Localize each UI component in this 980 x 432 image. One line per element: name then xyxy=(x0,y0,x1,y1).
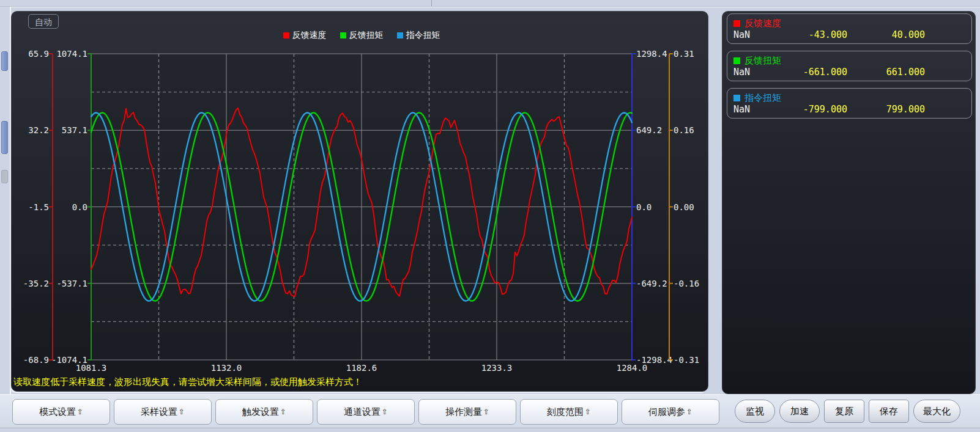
y-axis-tick-label: -537.1 xyxy=(56,279,87,288)
chart-legend: 反馈速度 反馈扭矩 指令扭矩 xyxy=(91,30,632,41)
legend-label: 指令扭矩 xyxy=(406,30,440,41)
y-axis-tick-label: 1298.4 xyxy=(636,49,667,59)
y-axis-tick-label: -68.9 xyxy=(23,355,49,365)
popup-up-arrow-icon: ⇧ xyxy=(483,408,489,416)
menu-button-label: 操作测量 xyxy=(445,406,482,418)
x-axis-tick-label: 1233.3 xyxy=(481,363,513,373)
y-axis-tick-label: -0.31 xyxy=(674,355,699,365)
channel-card-header: 反馈扭矩 xyxy=(733,55,781,67)
channel-name: 指令扭矩 xyxy=(744,92,781,104)
channel-max-value: 40.000 xyxy=(892,29,925,40)
action-button-label: 加速 xyxy=(790,406,809,417)
settings-menu-button[interactable]: 伺服调参 ⇧ xyxy=(622,399,719,425)
left-dock-rail xyxy=(0,7,11,394)
sampling-warning-text: 读取速度低于采样速度，波形出现失真，请尝试增大采样间隔，或使用触发采样方式！ xyxy=(13,376,362,388)
channel-min-value: -799.000 xyxy=(803,104,847,115)
bottom-groove-line xyxy=(0,428,980,428)
auto-scale-button[interactable]: 自动 xyxy=(28,14,59,29)
legend-color-swatch-icon xyxy=(283,32,289,38)
legend-label: 反馈扭矩 xyxy=(349,30,384,41)
y-axis-tick-label: 32.2 xyxy=(28,125,49,135)
legend-item: 反馈扭矩 xyxy=(340,30,384,41)
settings-menu-group: 模式设置 ⇧ 采样设置 ⇧ 触发设置 ⇧ 通道设置 ⇧ 操作测量 ⇧ 刻度范围 … xyxy=(12,399,719,425)
channel-card-list: 反馈速度 NaN -43.000 40.000 反馈扭矩 NaN -661.00… xyxy=(727,13,972,119)
bottom-toolbar: 模式设置 ⇧ 采样设置 ⇧ 触发设置 ⇧ 通道设置 ⇧ 操作测量 ⇧ 刻度范围 … xyxy=(0,394,980,429)
y-axis-tick-label: 537.1 xyxy=(62,125,87,135)
y-axis-tick-label: 649.2 xyxy=(636,125,662,135)
menu-button-label: 刻度范围 xyxy=(547,406,584,418)
channel-name: 反馈扭矩 xyxy=(744,55,781,67)
channel-values-panel: 反馈速度 NaN -43.000 40.000 反馈扭矩 NaN -661.00… xyxy=(722,11,976,394)
channel-name: 反馈速度 xyxy=(744,18,781,29)
menu-button-label: 伺服调参 xyxy=(648,406,685,418)
channel-current-value: NaN xyxy=(733,104,750,115)
app-window: { "chart": { "auto_button": "自动", "warni… xyxy=(0,0,980,432)
popup-up-arrow-icon: ⇧ xyxy=(382,408,388,416)
x-axis-tick-label: 1132.0 xyxy=(211,363,242,373)
x-axis-tick-label: 1182.6 xyxy=(346,363,377,373)
action-button-label: 保存 xyxy=(880,406,898,417)
top-groove-highlight xyxy=(0,7,980,7)
settings-menu-button[interactable]: 模式设置 ⇧ xyxy=(12,399,110,425)
legend-item: 反馈速度 xyxy=(283,30,327,41)
action-button[interactable]: 保存 xyxy=(869,400,909,423)
channel-current-value: NaN xyxy=(733,67,750,78)
channel-card[interactable]: 反馈扭矩 NaN -661.000 661.000 xyxy=(727,51,972,81)
x-axis-tick-label: 1081.3 xyxy=(76,363,107,373)
action-button-group: 监视 加速 复原 保存 最大化 xyxy=(735,400,960,423)
channel-min-value: -43.000 xyxy=(809,29,847,40)
menu-button-label: 通道设置 xyxy=(344,406,380,418)
waveform-plot[interactable]: 65.932.2-1.5-35.2-68.91074.1537.10.0-537… xyxy=(12,12,709,392)
channel-card[interactable]: 指令扭矩 NaN -799.000 799.000 xyxy=(727,88,972,119)
dock-handle[interactable] xyxy=(1,51,8,71)
dock-handle[interactable] xyxy=(1,121,8,154)
channel-color-swatch-icon xyxy=(733,95,740,101)
action-button[interactable]: 监视 xyxy=(735,400,775,423)
y-axis-tick-label: -35.2 xyxy=(23,279,49,288)
action-button[interactable]: 复原 xyxy=(824,400,864,423)
channel-card-header: 指令扭矩 xyxy=(733,92,781,104)
channel-color-swatch-icon xyxy=(733,57,740,64)
action-button[interactable]: 加速 xyxy=(779,400,820,423)
settings-menu-button[interactable]: 操作测量 ⇧ xyxy=(418,399,516,425)
x-axis-tick-label: 1284.0 xyxy=(617,363,648,373)
legend-item: 指令扭矩 xyxy=(397,30,440,41)
action-button-label: 复原 xyxy=(835,406,853,417)
dock-handle[interactable] xyxy=(1,170,8,183)
settings-menu-button[interactable]: 触发设置 ⇧ xyxy=(215,399,313,425)
channel-min-value: -661.000 xyxy=(803,67,847,78)
y-axis-tick-label: -649.2 xyxy=(636,279,667,288)
channel-card-header: 反馈速度 xyxy=(733,18,781,29)
popup-up-arrow-icon: ⇧ xyxy=(585,408,591,416)
action-button-label: 最大化 xyxy=(923,406,951,417)
settings-menu-button[interactable]: 通道设置 ⇧ xyxy=(317,399,415,425)
action-button-label: 监视 xyxy=(746,406,764,417)
legend-color-swatch-icon xyxy=(397,32,403,38)
action-button[interactable]: 最大化 xyxy=(913,400,960,423)
channel-max-value: 799.000 xyxy=(886,104,925,115)
channel-current-value: NaN xyxy=(733,29,750,40)
legend-label: 反馈速度 xyxy=(292,30,327,41)
oscilloscope-panel: 65.932.2-1.5-35.2-68.91074.1537.10.0-537… xyxy=(11,11,708,392)
menu-button-label: 采样设置 xyxy=(141,406,177,418)
top-splitter-handle[interactable] xyxy=(431,0,432,6)
y-axis-tick-label: 0.0 xyxy=(72,202,87,212)
y-axis-tick-label: 0.00 xyxy=(674,202,694,212)
settings-menu-button[interactable]: 采样设置 ⇧ xyxy=(114,399,212,425)
y-axis-tick-label: 65.9 xyxy=(28,49,49,59)
menu-button-label: 模式设置 xyxy=(39,406,76,418)
settings-menu-button[interactable]: 刻度范围 ⇧ xyxy=(520,399,618,425)
y-axis-tick-label: 0.31 xyxy=(674,49,694,59)
y-axis-tick-label: 1074.1 xyxy=(56,49,87,59)
channel-color-swatch-icon xyxy=(733,20,740,27)
y-axis-tick-label: -0.16 xyxy=(674,279,699,288)
menu-button-label: 触发设置 xyxy=(242,406,279,418)
legend-color-swatch-icon xyxy=(340,32,346,38)
channel-card[interactable]: 反馈速度 NaN -43.000 40.000 xyxy=(727,13,972,44)
y-axis-tick-label: -1.5 xyxy=(28,202,49,212)
popup-up-arrow-icon: ⇧ xyxy=(179,408,185,416)
popup-up-arrow-icon: ⇧ xyxy=(686,408,692,416)
channel-max-value: 661.000 xyxy=(886,67,925,78)
y-axis-tick-label: 0.16 xyxy=(674,125,694,135)
y-axis-tick-label: 0.0 xyxy=(636,202,651,212)
